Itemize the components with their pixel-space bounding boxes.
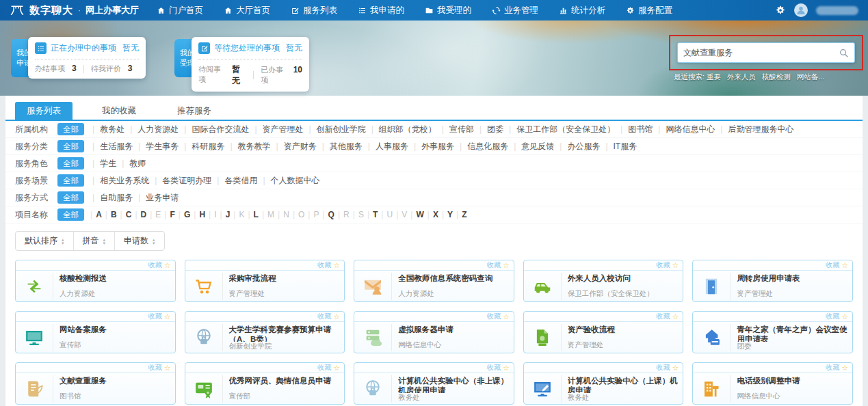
filter-option[interactable]: 保卫工作部（安全保卫处） (516, 124, 615, 135)
filter-option[interactable]: 团委 (487, 124, 503, 135)
favorite-star-icon[interactable]: ☆ (503, 262, 510, 269)
tab-服务列表[interactable]: 服务列表 (15, 102, 73, 120)
letter-filter-Y[interactable]: Y (447, 210, 453, 219)
favorite-star-icon[interactable]: ☆ (672, 262, 679, 269)
service-card[interactable]: 收藏☆电话级别调整申请网络信息中心 (692, 362, 853, 405)
filter-option[interactable]: 国际合作交流处 (192, 124, 249, 135)
letter-filter-F[interactable]: F (170, 210, 174, 219)
filter-option[interactable]: 个人数据中心 (271, 175, 320, 187)
filter-option[interactable]: 业务申请 (146, 192, 179, 204)
filter-option[interactable]: 外事服务 (421, 141, 454, 152)
filter-option[interactable]: 各类借用 (224, 175, 257, 187)
nav-item-hall-home[interactable]: 大厅首页 (224, 5, 270, 16)
favorite-star-icon[interactable]: ☆ (841, 262, 848, 269)
filter-option[interactable]: 图书馆 (628, 124, 653, 135)
service-card[interactable]: 收藏☆虚拟服务器申请网络信息中心 (354, 311, 514, 353)
letter-filter-G[interactable]: G (184, 210, 190, 219)
tab-我的收藏[interactable]: 我的收藏 (90, 102, 148, 120)
letter-filter-H[interactable]: H (199, 210, 205, 219)
filter-option[interactable]: 学生 (100, 158, 116, 170)
filter-option[interactable]: 后勤管理服务中心 (728, 124, 794, 135)
favorite-star-icon[interactable]: ☆ (503, 364, 510, 371)
service-card[interactable]: 收藏☆网站备案服务宣传部 (15, 311, 176, 353)
sort-申请数[interactable]: 申请数▴▾ (114, 232, 164, 250)
filter-option[interactable]: 意见反馈 (521, 141, 554, 152)
filter-option[interactable]: 资产财务 (284, 141, 317, 152)
letter-filter-B[interactable]: B (111, 210, 117, 219)
filter-option[interactable]: 组织部（党校） (379, 124, 436, 135)
filter-option[interactable]: 网络信息中心 (666, 124, 715, 135)
filter-option[interactable]: 人力资源处 (137, 124, 179, 135)
favorite-star-icon[interactable]: ☆ (672, 364, 679, 371)
filter-all-badge[interactable]: 全部 (57, 208, 84, 221)
service-card[interactable]: 收藏☆计算机公共实验中心（上课）机房申请教务处 (523, 362, 684, 405)
filter-option[interactable]: 自助服务 (100, 192, 133, 204)
recent-search-item[interactable]: 外来人员 (727, 72, 756, 81)
letter-filter-L[interactable]: L (254, 210, 259, 219)
letter-filter-D[interactable]: D (141, 210, 147, 219)
tab-推荐服务[interactable]: 推荐服务 (166, 102, 223, 120)
filter-all-badge[interactable]: 全部 (57, 157, 84, 170)
filter-option[interactable]: 相关业务系统 (100, 175, 149, 187)
filter-option[interactable]: 人事服务 (376, 141, 408, 152)
filter-option[interactable]: 办公服务 (567, 141, 600, 152)
favorite-star-icon[interactable]: ☆ (333, 262, 340, 269)
filter-option[interactable]: 教务处 (100, 124, 124, 135)
service-card[interactable]: 收藏☆资产验收流程资产管理处 (523, 311, 684, 353)
letter-filter-X[interactable]: X (433, 210, 438, 219)
search-icon[interactable] (839, 48, 849, 58)
filter-all-badge[interactable]: 全部 (57, 191, 84, 204)
service-card[interactable]: 收藏☆采购审批流程资产管理处 (185, 260, 345, 302)
recent-search-item[interactable]: 重要 (707, 72, 721, 81)
filter-option[interactable]: 科研服务 (192, 141, 224, 152)
filter-option[interactable]: 教师 (129, 158, 146, 170)
filter-all-badge[interactable]: 全部 (57, 174, 84, 187)
favorite-star-icon[interactable]: ☆ (164, 262, 171, 269)
sort-默认排序[interactable]: 默认排序▴▾ (16, 232, 73, 250)
service-card[interactable]: 收藏☆青年之家（青年之声）会议室使用申请表团委 (692, 311, 853, 353)
favorite-star-icon[interactable]: ☆ (503, 313, 510, 320)
favorite-star-icon[interactable]: ☆ (333, 364, 340, 371)
user-avatar-icon[interactable] (794, 3, 808, 17)
nav-item-business-management[interactable]: 业务管理 (492, 5, 538, 16)
letter-filter-Q[interactable]: Q (328, 210, 334, 219)
nav-item-my-applications[interactable]: 我申请的 (358, 5, 404, 16)
filter-option[interactable]: 生活服务 (100, 141, 133, 152)
my-accept-none-link[interactable]: 暂无 (286, 42, 302, 54)
filter-option[interactable]: 创新创业学院 (317, 124, 366, 135)
username-blurred[interactable] (816, 6, 858, 15)
my-apply-none-link[interactable]: 暂无 (122, 42, 139, 54)
letter-filter-C[interactable]: C (126, 210, 132, 219)
recent-search-item[interactable]: 核酸检测 (762, 72, 791, 81)
filter-all-badge[interactable]: 全部 (57, 140, 84, 152)
service-card[interactable]: 收藏☆核酸检测报送人力资源处 (15, 260, 176, 302)
filter-all-badge[interactable]: 全部 (57, 123, 84, 135)
nav-item-my-handled[interactable]: 我受理的 (425, 5, 471, 16)
service-card[interactable]: 收藏☆优秀网评员、舆情信息员申请宣传部 (185, 362, 345, 405)
service-card[interactable]: 收藏☆文献查重服务图书馆 (15, 362, 176, 405)
nav-item-service-config[interactable]: 服务配置 (626, 5, 672, 16)
favorite-star-icon[interactable]: ☆ (164, 313, 171, 320)
service-card[interactable]: 收藏☆全国教师信息系统密码查询人力资源处 (354, 260, 514, 302)
letter-filter-A[interactable]: A (96, 210, 102, 219)
service-card[interactable]: 收藏☆计算机公共实验中心（非上课）机房使用申请教务处 (354, 362, 514, 405)
service-card[interactable]: 收藏☆外来人员入校访问保卫工作部（安全保卫处） (523, 260, 684, 302)
letter-filter-Z[interactable]: Z (462, 210, 466, 219)
favorite-star-icon[interactable]: ☆ (841, 364, 848, 371)
search-input[interactable] (683, 48, 839, 57)
filter-option[interactable]: 信息化服务 (467, 141, 508, 152)
filter-option[interactable]: 资产管理处 (263, 124, 304, 135)
nav-item-service-list[interactable]: 服务列表 (291, 5, 337, 16)
filter-option[interactable]: IT服务 (614, 141, 637, 152)
filter-option[interactable]: 宣传部 (449, 124, 474, 135)
service-card[interactable]: 收藏☆周转房使用申请表资产管理处 (692, 260, 853, 302)
favorite-star-icon[interactable]: ☆ (672, 313, 679, 320)
filter-option[interactable]: 其他服务 (330, 141, 363, 152)
settings-gear-icon[interactable] (775, 5, 786, 16)
letter-filter-W[interactable]: W (416, 210, 423, 219)
favorite-star-icon[interactable]: ☆ (841, 313, 848, 320)
favorite-star-icon[interactable]: ☆ (164, 364, 171, 371)
filter-option[interactable]: 教务教学 (238, 141, 271, 152)
nav-item-portal-home[interactable]: 门户首页 (157, 5, 203, 16)
sort-拼音[interactable]: 拼音▴▾ (73, 232, 115, 250)
